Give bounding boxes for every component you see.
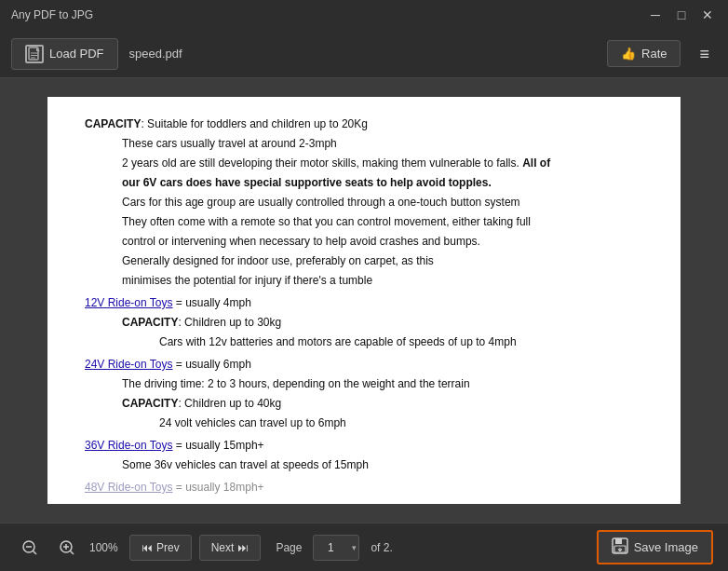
title-bar: Any PDF to JPG ─ □ ✕ (0, 0, 728, 30)
line-12: Cars with 12v batteries and motors are c… (159, 333, 643, 350)
svg-rect-12 (615, 538, 622, 544)
prev-button[interactable]: ⏮ Prev (129, 535, 192, 561)
line-4: our 6V cars does have special supportive… (122, 174, 643, 191)
pdf-file-icon (25, 45, 44, 63)
page-label: Page (276, 541, 302, 554)
zoom-in-button[interactable] (52, 533, 82, 563)
page-dropdown-arrow[interactable]: ▾ (352, 543, 357, 552)
close-button[interactable]: ✕ (698, 6, 717, 24)
next-icon: ⏭ (237, 541, 249, 554)
line-14: The driving time: 2 to 3 hours, dependin… (122, 375, 643, 392)
48v-link[interactable]: 48V Ride-on Toys (85, 481, 173, 494)
pdf-page: CAPACITY: Suitable for toddlers and chil… (47, 97, 681, 504)
line-8: Generally designed for indoor use, prefe… (122, 252, 643, 269)
line-19: 48V Ride-on Toys = usually 18mph+ (85, 479, 643, 496)
window-controls: ─ □ ✕ (646, 6, 717, 24)
line-6: They often come with a remote so that yo… (122, 213, 643, 230)
36v-link[interactable]: 36V Ride-on Toys (85, 439, 173, 452)
line-10: 12V Ride-on Toys = usually 4mph (85, 294, 643, 311)
bottom-bar: 100% ⏮ Prev Next ⏭ Page ▾ of 2. Save Ima… (0, 523, 728, 571)
save-image-button[interactable]: Save Image (597, 530, 713, 564)
page-input-wrapper: ▾ (313, 535, 359, 561)
rate-button[interactable]: 👍 Rate (607, 40, 681, 67)
line-17: 36V Ride-on Toys = usually 15mph+ (85, 437, 643, 454)
line-16: 24 volt vehicles can travel up to 6mph (159, 415, 643, 431)
line-9: minimises the potential for injury if th… (122, 272, 643, 289)
thumbs-up-icon: 👍 (621, 47, 636, 61)
line-3: 2 years old are still developing their m… (122, 155, 643, 171)
svg-line-5 (34, 551, 37, 554)
menu-button[interactable]: ≡ (692, 42, 717, 66)
line-13: 24V Ride-on Toys = usually 6mph (85, 356, 643, 373)
app-title: Any PDF to JPG (11, 8, 93, 21)
12v-link[interactable]: 12V Ride-on Toys (85, 296, 173, 309)
line-15: CAPACITY: Children up to 40kg (122, 395, 643, 412)
total-pages-label: of 2. (371, 541, 392, 554)
line-5: Cars for this age group are usually cont… (122, 194, 643, 211)
zoom-out-button[interactable] (15, 533, 45, 563)
prev-icon: ⏮ (142, 541, 153, 554)
save-icon (612, 537, 628, 557)
svg-line-8 (71, 551, 74, 554)
minimize-button[interactable]: ─ (646, 6, 665, 24)
next-button[interactable]: Next ⏭ (199, 535, 262, 561)
pdf-viewer-area: CAPACITY: Suitable for toddlers and chil… (0, 78, 728, 523)
line-7: control or intervening when necessary to… (122, 233, 643, 250)
filename-label: speed.pdf (129, 47, 596, 61)
zoom-level-label: 100% (89, 541, 122, 554)
line-11: CAPACITY: Children up to 30kg (122, 314, 643, 331)
24v-link[interactable]: 24V Ride-on Toys (85, 358, 173, 371)
line-18: Some 36v vehicles can travel at speeds o… (122, 456, 643, 473)
toolbar: Load PDF speed.pdf 👍 Rate ≡ (0, 30, 728, 78)
load-pdf-button[interactable]: Load PDF (11, 38, 118, 70)
maximize-button[interactable]: □ (672, 6, 691, 24)
line-2: These cars usually travel at around 2-3m… (122, 135, 643, 152)
line-1: CAPACITY: Suitable for toddlers and chil… (85, 116, 643, 132)
pdf-content: CAPACITY: Suitable for toddlers and chil… (85, 116, 643, 496)
